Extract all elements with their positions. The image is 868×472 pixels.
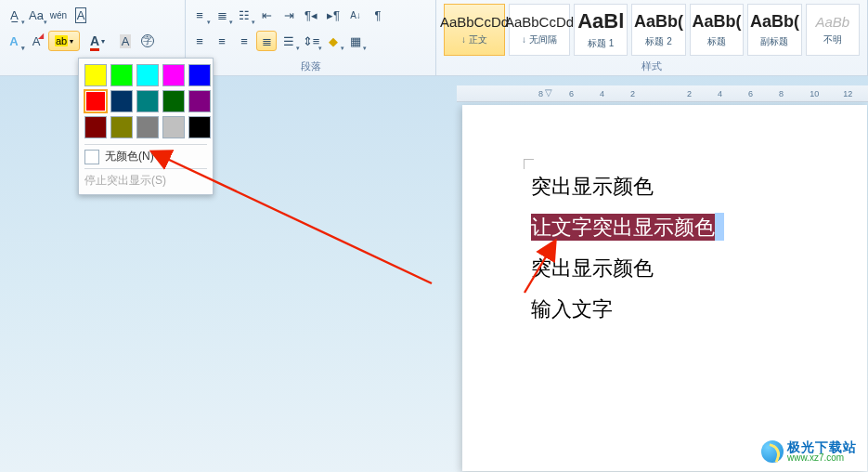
font-color-button[interactable]: A ▾ <box>82 31 113 51</box>
stop-highlight-label: 停止突出显示(S) <box>84 173 166 189</box>
style-label: 副标题 <box>760 35 788 48</box>
no-color-label: 无颜色(N) <box>105 149 154 164</box>
stop-highlight-option: 停止突出显示(S) <box>84 168 207 192</box>
phonetic-guide-button[interactable]: wén <box>48 5 69 25</box>
group-paragraph: ≡▾ ≣▾ ☷▾ ⇤ ⇥ ¶◂ ▸¶ A↓ ¶ ≡ ≡ ≡ ≣ ☰▾ ⇕≡▾ ◆… <box>186 0 436 75</box>
color-swatch[interactable] <box>188 64 211 86</box>
no-color-option[interactable]: 无颜色(N) <box>84 144 207 168</box>
bullets-button[interactable]: ≡▾ <box>189 5 210 25</box>
indent-marker[interactable]: ▽ <box>545 87 552 98</box>
document-body[interactable]: 突出显示颜色让文字突出显示颜色突出显示颜色输入文字 <box>531 166 724 330</box>
style-label: 标题 <box>707 35 726 48</box>
align-left-button[interactable]: ≡ <box>189 31 210 51</box>
color-swatch[interactable] <box>162 90 185 112</box>
rtl-button[interactable]: ▸¶ <box>323 5 343 25</box>
clear-formatting-button[interactable]: A◢ <box>26 31 46 51</box>
style-item[interactable]: AaBb不明 <box>806 4 860 56</box>
watermark-icon <box>761 440 784 463</box>
style-label: ↓ 正文 <box>461 33 487 46</box>
change-case-button[interactable]: Aa▾ <box>26 5 46 25</box>
increase-indent-button[interactable]: ⇥ <box>279 5 299 25</box>
horizontal-ruler[interactable]: ▽ 86422468101214161820222426283032 <box>457 85 868 102</box>
style-preview: AaBb( <box>750 12 799 32</box>
color-swatch[interactable] <box>136 116 159 138</box>
ltr-button[interactable]: ¶◂ <box>301 5 321 25</box>
style-item[interactable]: AaBb(标题 <box>690 4 744 56</box>
style-label: 标题 1 <box>588 37 614 50</box>
color-swatch[interactable] <box>84 64 107 86</box>
align-right-button[interactable]: ≡ <box>234 31 254 51</box>
color-swatch[interactable] <box>136 90 159 112</box>
color-swatch[interactable] <box>162 64 185 86</box>
color-swatch[interactable] <box>84 90 107 112</box>
style-item[interactable]: AaBbCcDd↓ 无间隔 <box>509 4 570 56</box>
char-shading-button[interactable]: A <box>115 31 136 51</box>
style-item[interactable]: AaBb(标题 2 <box>631 4 685 56</box>
sort-button[interactable]: A↓ <box>345 5 366 25</box>
line-spacing-button[interactable]: ⇕≡▾ <box>301 31 321 51</box>
highlight-color-popup: 无颜色(N) 停止突出显示(S) <box>78 58 214 195</box>
align-center-button[interactable]: ≡ <box>212 31 232 51</box>
style-preview: AaBb( <box>634 12 683 32</box>
selection-tail <box>715 213 724 241</box>
color-swatch[interactable] <box>110 64 133 86</box>
font-style-button-1[interactable]: A̲▾ <box>4 5 24 25</box>
style-preview: AaBl <box>577 9 624 33</box>
color-swatch[interactable] <box>84 116 107 138</box>
char-border-button[interactable]: A <box>71 5 91 25</box>
watermark: 极光下载站 www.xz7.com <box>761 440 857 463</box>
highlight-icon: ab <box>55 35 68 46</box>
color-swatch[interactable] <box>162 116 185 138</box>
text-effects-button[interactable]: A▾ <box>4 31 24 51</box>
paragraph[interactable]: 输入文字 <box>531 289 724 330</box>
highlighted-text[interactable]: 让文字突出显示颜色 <box>531 214 715 241</box>
watermark-en: www.xz7.com <box>787 453 857 463</box>
group-label-paragraph: 段落 <box>189 59 432 75</box>
style-item[interactable]: AaBbCcDd↓ 正文 <box>444 4 505 56</box>
text-highlight-button[interactable]: ab ▾ <box>48 31 80 51</box>
style-label: ↓ 无间隔 <box>522 33 557 46</box>
style-label: 不明 <box>823 33 842 46</box>
multilevel-list-button[interactable]: ☷▾ <box>234 5 254 25</box>
color-swatch[interactable] <box>188 90 211 112</box>
borders-button[interactable]: ▦▾ <box>345 31 366 51</box>
distribute-button[interactable]: ☰▾ <box>279 31 299 51</box>
document-page[interactable]: 突出显示颜色让文字突出显示颜色突出显示颜色输入文字 <box>462 105 867 471</box>
decrease-indent-button[interactable]: ⇤ <box>256 5 277 25</box>
color-swatch[interactable] <box>110 116 133 138</box>
color-swatch[interactable] <box>188 116 211 138</box>
justify-button[interactable]: ≣ <box>256 31 277 51</box>
color-grid <box>84 64 207 138</box>
style-item[interactable]: AaBl标题 1 <box>574 4 628 56</box>
paragraph[interactable]: 突出显示颜色 <box>531 166 724 207</box>
style-preview: AaBbCcDd <box>505 14 574 30</box>
style-preview: AaBbCcDd <box>440 14 509 30</box>
paragraph[interactable]: 让文字突出显示颜色 <box>531 207 724 248</box>
color-swatch[interactable] <box>110 90 133 112</box>
style-item[interactable]: AaBb(副标题 <box>747 4 801 56</box>
color-swatch[interactable] <box>136 64 159 86</box>
paragraph[interactable]: 突出显示颜色 <box>531 248 724 289</box>
style-preview: AaBb <box>815 14 849 30</box>
shading-button[interactable]: ◆▾ <box>323 31 343 51</box>
watermark-cn: 极光下载站 <box>787 440 857 453</box>
group-label-styles: 样式 <box>440 59 863 75</box>
group-styles: AaBbCcDd↓ 正文AaBbCcDd↓ 无间隔AaBl标题 1AaBb(标题… <box>436 0 868 75</box>
enclose-chars-button[interactable]: 字 <box>137 31 158 51</box>
numbering-button[interactable]: ≣▾ <box>212 5 232 25</box>
no-color-icon <box>84 150 99 164</box>
style-label: 标题 2 <box>645 35 671 48</box>
style-preview: AaBb( <box>693 12 742 32</box>
show-marks-button[interactable]: ¶ <box>368 5 388 25</box>
